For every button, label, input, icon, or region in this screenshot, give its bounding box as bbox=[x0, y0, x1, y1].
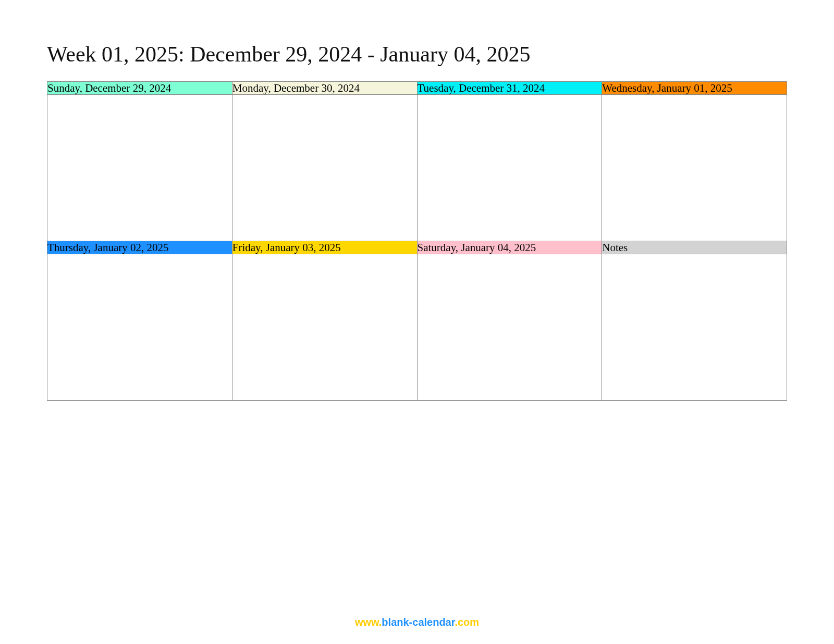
footer-link[interactable]: www.blank-calendar.com bbox=[0, 616, 834, 628]
table-header-row-2: Thursday, January 02, 2025 Friday, Janua… bbox=[47, 241, 787, 254]
day-body-friday[interactable] bbox=[232, 254, 417, 401]
day-header-tuesday: Tuesday, December 31, 2024 bbox=[417, 82, 602, 95]
day-header-sunday: Sunday, December 29, 2024 bbox=[47, 82, 232, 95]
day-body-saturday[interactable] bbox=[417, 254, 602, 401]
day-header-notes: Notes bbox=[602, 241, 787, 254]
day-body-tuesday[interactable] bbox=[417, 95, 602, 241]
calendar-table: Sunday, December 29, 2024 Monday, Decemb… bbox=[47, 81, 787, 401]
page-title: Week 01, 2025: December 29, 2024 - Janua… bbox=[47, 42, 787, 67]
footer-part-www: www. bbox=[355, 616, 382, 628]
day-body-wednesday[interactable] bbox=[602, 95, 787, 241]
footer-part-domain: blank-calendar bbox=[382, 616, 455, 628]
day-header-saturday: Saturday, January 04, 2025 bbox=[417, 241, 602, 254]
day-header-wednesday: Wednesday, January 01, 2025 bbox=[602, 82, 787, 95]
day-header-thursday: Thursday, January 02, 2025 bbox=[47, 241, 232, 254]
weekly-calendar-page: Week 01, 2025: December 29, 2024 - Janua… bbox=[0, 0, 834, 644]
day-body-thursday[interactable] bbox=[47, 254, 232, 401]
day-header-friday: Friday, January 03, 2025 bbox=[232, 241, 417, 254]
day-body-notes[interactable] bbox=[602, 254, 787, 401]
day-body-sunday[interactable] bbox=[47, 95, 232, 241]
footer-part-tld: .com bbox=[455, 616, 479, 628]
table-body-row-2 bbox=[47, 254, 787, 401]
day-body-monday[interactable] bbox=[232, 95, 417, 241]
table-header-row-1: Sunday, December 29, 2024 Monday, Decemb… bbox=[47, 82, 787, 95]
day-header-monday: Monday, December 30, 2024 bbox=[232, 82, 417, 95]
table-body-row-1 bbox=[47, 95, 787, 241]
